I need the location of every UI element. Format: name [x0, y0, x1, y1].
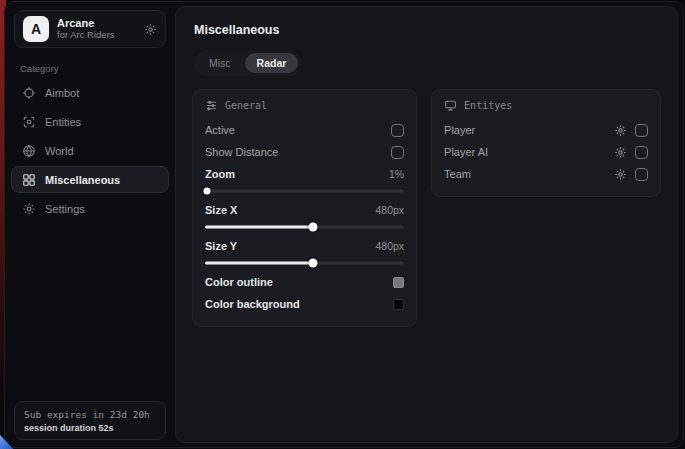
app-logo: A: [23, 16, 49, 42]
sidebar-item-label: Entities: [45, 116, 81, 128]
size-y-label: Size Y: [205, 240, 237, 252]
zoom-label: Zoom: [205, 168, 235, 180]
color-outline-label: Color outline: [205, 276, 273, 288]
team-checkbox[interactable]: [635, 168, 648, 181]
sidebar: A Arcane for Arc Riders Category: [5, 2, 175, 447]
app-header: A Arcane for Arc Riders: [14, 10, 166, 48]
zoom-value: 1%: [389, 168, 404, 180]
header-gear-icon[interactable]: [144, 23, 157, 36]
size-y-slider[interactable]: [205, 258, 404, 267]
general-card-header: General: [205, 99, 404, 112]
player-checkbox[interactable]: [635, 124, 648, 137]
team-settings-gear-icon[interactable]: [614, 168, 627, 181]
size-x-slider-thumb[interactable]: [308, 222, 317, 231]
page-title: Miscellaneous: [194, 23, 661, 37]
sidebar-nav: Aimbot Entities: [5, 79, 175, 222]
player-label: Player: [444, 124, 475, 136]
entity-row-player: Player: [444, 119, 648, 141]
app-window: A Arcane for Arc Riders Category: [4, 1, 684, 448]
size-y-slider-thumb[interactable]: [308, 258, 317, 267]
sub-expires-text: Sub expires in 23d 20h: [24, 409, 156, 420]
gear-icon: [22, 202, 36, 216]
desktop-stage: A Arcane for Arc Riders Category: [0, 0, 685, 449]
size-x-slider[interactable]: [205, 222, 404, 231]
color-background-label: Color background: [205, 298, 300, 310]
active-row: Active: [205, 119, 404, 141]
app-subtitle: for Arc Riders: [57, 30, 136, 41]
session-duration-text: session duration 52s: [24, 423, 156, 433]
entities-card: Entityes Player: [431, 89, 661, 197]
size-y-value: 480px: [375, 240, 404, 252]
sidebar-item-miscellaneous[interactable]: Miscellaneous: [11, 166, 169, 193]
entity-row-team: Team: [444, 163, 648, 185]
entities-card-title: Entityes: [464, 100, 512, 111]
tab-radar[interactable]: Radar: [245, 53, 299, 73]
sidebar-item-label: Miscellaneous: [45, 174, 120, 186]
show-distance-row: Show Distance: [205, 141, 404, 163]
sidebar-item-label: World: [45, 145, 74, 157]
zoom-slider-thumb[interactable]: [203, 187, 210, 194]
color-outline-swatch[interactable]: [393, 277, 404, 288]
size-x-value: 480px: [375, 204, 404, 216]
tab-bar: Misc Radar: [194, 50, 301, 76]
sidebar-item-label: Settings: [45, 203, 85, 215]
zoom-row: Zoom 1%: [205, 163, 404, 185]
sidebar-item-aimbot[interactable]: Aimbot: [11, 79, 169, 106]
cards-container: General Active Show Distance Zoom 1%: [192, 89, 661, 327]
sliders-icon: [205, 99, 218, 112]
color-outline-row: Color outline: [205, 271, 404, 293]
monitor-icon: [444, 99, 457, 112]
show-distance-label: Show Distance: [205, 146, 278, 158]
entity-scan-icon: [22, 115, 36, 129]
show-distance-checkbox[interactable]: [391, 146, 404, 159]
subscription-info-box: Sub expires in 23d 20h session duration …: [14, 401, 166, 440]
app-name: Arcane: [57, 17, 136, 30]
player-settings-gear-icon[interactable]: [614, 124, 627, 137]
team-label: Team: [444, 168, 471, 180]
size-x-label: Size X: [205, 204, 237, 216]
category-label: Category: [20, 63, 175, 74]
color-background-row: Color background: [205, 293, 404, 315]
entities-card-header: Entityes: [444, 99, 648, 112]
size-y-row: Size Y 480px: [205, 235, 404, 257]
sidebar-item-label: Aimbot: [45, 87, 79, 99]
main-panel: Miscellaneous Misc Radar Gene: [175, 6, 678, 443]
active-checkbox[interactable]: [391, 124, 404, 137]
color-background-swatch[interactable]: [393, 299, 404, 310]
tab-misc[interactable]: Misc: [197, 53, 243, 73]
size-x-row: Size X 480px: [205, 199, 404, 221]
player-ai-settings-gear-icon[interactable]: [614, 146, 627, 159]
general-card-title: General: [225, 100, 267, 111]
general-card: General Active Show Distance Zoom 1%: [192, 89, 417, 327]
entity-row-player-ai: Player AI: [444, 141, 648, 163]
active-label: Active: [205, 124, 235, 136]
player-ai-checkbox[interactable]: [635, 146, 648, 159]
crosshair-icon: [22, 86, 36, 100]
globe-icon: [22, 144, 36, 158]
zoom-slider[interactable]: [205, 186, 404, 195]
sidebar-item-world[interactable]: World: [11, 137, 169, 164]
grid-icon: [22, 173, 36, 187]
sidebar-item-settings[interactable]: Settings: [11, 195, 169, 222]
player-ai-label: Player AI: [444, 146, 488, 158]
sidebar-item-entities[interactable]: Entities: [11, 108, 169, 135]
